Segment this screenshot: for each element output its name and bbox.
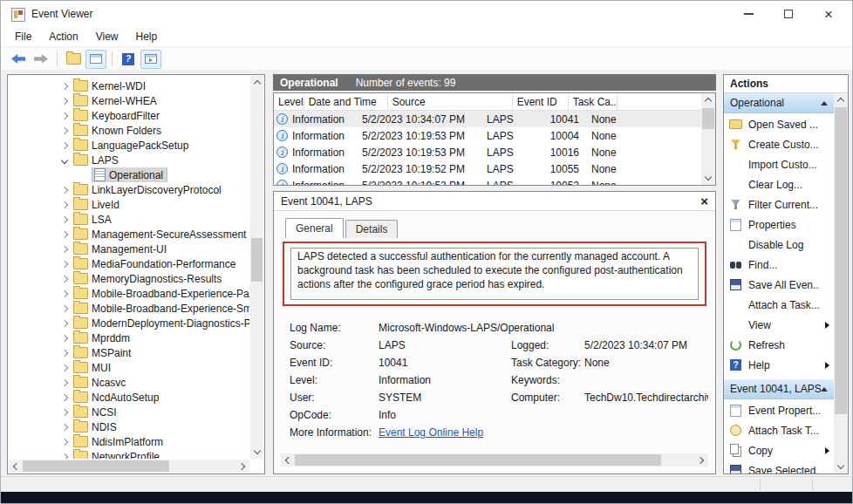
- scroll-left-button[interactable]: [9, 460, 22, 473]
- tree-item-selection[interactable]: LiveId: [71, 197, 124, 212]
- scroll-right-button[interactable]: [695, 453, 708, 467]
- chevron-icon[interactable]: [58, 125, 71, 137]
- action-item[interactable]: Import Custo...: [724, 154, 834, 174]
- menu-help[interactable]: Help: [127, 28, 167, 45]
- close-button[interactable]: ×: [809, 1, 849, 27]
- chevron-icon[interactable]: [58, 110, 71, 122]
- scroll-down-button[interactable]: [834, 460, 847, 473]
- action-item[interactable]: Attach a Task...: [724, 295, 834, 315]
- chevron-icon[interactable]: [58, 347, 71, 359]
- chevron-icon[interactable]: [58, 184, 71, 196]
- tree-item[interactable]: Mobile-Broadband-Experience-Parse: [8, 286, 249, 301]
- chevron-icon[interactable]: [58, 273, 71, 285]
- chevron-icon[interactable]: [58, 332, 71, 344]
- tree-item[interactable]: LanguagePackSetup: [8, 138, 249, 153]
- tree-item[interactable]: Management-SecureAssessment: [8, 227, 249, 242]
- tree-item-selection[interactable]: Management-SecureAssessment: [71, 227, 249, 242]
- tree-item-selection[interactable]: NdisImPlatform: [71, 434, 167, 449]
- tree-item-selection[interactable]: MUI: [71, 360, 115, 375]
- scroll-up-button[interactable]: [250, 76, 263, 89]
- actions-section-operational[interactable]: Operational: [724, 93, 834, 113]
- tree-horizontal-scrollbar[interactable]: [9, 460, 249, 473]
- tree-item[interactable]: Ncasvc: [8, 375, 249, 390]
- tree-item[interactable]: NetworkProfile: [8, 449, 249, 459]
- chevron-icon[interactable]: [58, 377, 71, 389]
- chevron-icon[interactable]: [58, 303, 71, 315]
- action-item[interactable]: Disable Log: [724, 235, 834, 255]
- tree-item[interactable]: NDIS: [8, 419, 249, 434]
- back-button[interactable]: [8, 50, 29, 69]
- event-list-vertical-scrollbar[interactable]: [701, 93, 715, 185]
- scrollbar-thumb[interactable]: [295, 454, 661, 466]
- chevron-icon[interactable]: [58, 80, 71, 92]
- chevron-icon[interactable]: [58, 362, 71, 374]
- tree-item[interactable]: MUI: [8, 360, 249, 375]
- chevron-icon[interactable]: [58, 288, 71, 300]
- action-item[interactable]: Refresh: [724, 335, 834, 355]
- action-item[interactable]: Find...: [724, 255, 834, 275]
- action-item[interactable]: Help: [724, 355, 834, 375]
- chevron-icon[interactable]: [58, 436, 71, 448]
- action-item[interactable]: Open Saved ...: [724, 114, 834, 134]
- tree-item[interactable]: MediaFoundation-Performance: [8, 256, 249, 271]
- chevron-icon[interactable]: [58, 317, 71, 330]
- actions-section-event[interactable]: Event 10041, LAPS: [724, 379, 834, 399]
- details-horizontal-scrollbar[interactable]: [281, 453, 708, 467]
- scroll-down-button[interactable]: [250, 446, 263, 459]
- tree-item-selection[interactable]: Known Folders: [71, 123, 166, 138]
- tree-item[interactable]: LAPS: [8, 153, 249, 167]
- scrollbar-thumb[interactable]: [835, 107, 847, 414]
- tree-item-selection[interactable]: Management-UI: [71, 242, 171, 256]
- tree-item[interactable]: Known Folders: [8, 123, 249, 138]
- tree-vertical-scrollbar[interactable]: [250, 76, 263, 459]
- event-row[interactable]: i Information 5/2/2023 10:34:07 PM LAPS …: [274, 111, 701, 127]
- tree-item-selection[interactable]: MemoryDiagnostics-Results: [71, 271, 226, 286]
- menu-file[interactable]: File: [6, 28, 40, 45]
- chevron-icon[interactable]: [58, 228, 71, 241]
- tree-item[interactable]: LiveId: [8, 197, 249, 212]
- minimize-button[interactable]: [728, 1, 768, 27]
- maximize-button[interactable]: [768, 1, 809, 27]
- tree-item[interactable]: NcdAutoSetup: [8, 390, 249, 405]
- tree-item-selection[interactable]: Operational: [92, 167, 167, 182]
- chevron-icon[interactable]: [58, 451, 71, 460]
- chevron-icon[interactable]: [79, 169, 92, 181]
- tree-item-selection[interactable]: Mobile-Broadband-Experience-Sms: [71, 301, 249, 316]
- actions-vertical-scrollbar[interactable]: [834, 93, 848, 473]
- tree-item[interactable]: Kernel-WDI: [8, 78, 249, 93]
- menu-action[interactable]: Action: [40, 28, 86, 45]
- tree-item-selection[interactable]: LanguagePackSetup: [71, 138, 193, 153]
- event-row[interactable]: i Information 5/2/2023 10:19:52 PM LAPS …: [274, 160, 701, 177]
- tree-item-selection[interactable]: Ncasvc: [71, 375, 130, 390]
- scroll-right-button[interactable]: [236, 460, 249, 473]
- tree-item[interactable]: MSPaint: [8, 345, 249, 360]
- chevron-icon[interactable]: [58, 154, 71, 167]
- chevron-icon[interactable]: [58, 406, 71, 419]
- scrollbar-thumb[interactable]: [23, 460, 169, 472]
- tree-item-selection[interactable]: MediaFoundation-Performance: [71, 256, 240, 271]
- chevron-icon[interactable]: [58, 421, 71, 433]
- tree-item-selection[interactable]: Kernel-WHEA: [71, 93, 161, 108]
- tree-item[interactable]: LinkLayerDiscoveryProtocol: [8, 182, 249, 197]
- tree-item-selection[interactable]: Mprddm: [71, 330, 134, 345]
- tree-item[interactable]: NCSI: [8, 405, 249, 419]
- event-row[interactable]: i Information 5/2/2023 10:19:53 PM LAPS …: [274, 144, 701, 160]
- tree-item-selection[interactable]: NDIS: [71, 419, 121, 434]
- chevron-icon[interactable]: [58, 243, 71, 255]
- column-header[interactable]: Task Ca...: [569, 93, 618, 110]
- chevron-icon[interactable]: [58, 95, 71, 107]
- tree-item[interactable]: KeyboardFilter: [8, 108, 249, 123]
- column-header[interactable]: Event ID: [513, 93, 569, 110]
- collapse-icon[interactable]: [821, 101, 828, 106]
- scroll-up-button[interactable]: [834, 93, 847, 106]
- column-header[interactable]: Source: [388, 93, 513, 110]
- action-item[interactable]: Save All Even...: [724, 275, 834, 295]
- scrollbar-thumb[interactable]: [251, 238, 263, 282]
- scrollbar-thumb[interactable]: [702, 108, 714, 129]
- tree-item-selection[interactable]: LinkLayerDiscoveryProtocol: [71, 182, 226, 197]
- action-item[interactable]: View: [724, 315, 834, 335]
- tree-item[interactable]: Operational: [8, 167, 249, 182]
- tree-item[interactable]: Management-UI: [8, 242, 249, 256]
- tree-item-selection[interactable]: LAPS: [71, 153, 123, 167]
- action-item[interactable]: Save Selected...: [724, 460, 834, 473]
